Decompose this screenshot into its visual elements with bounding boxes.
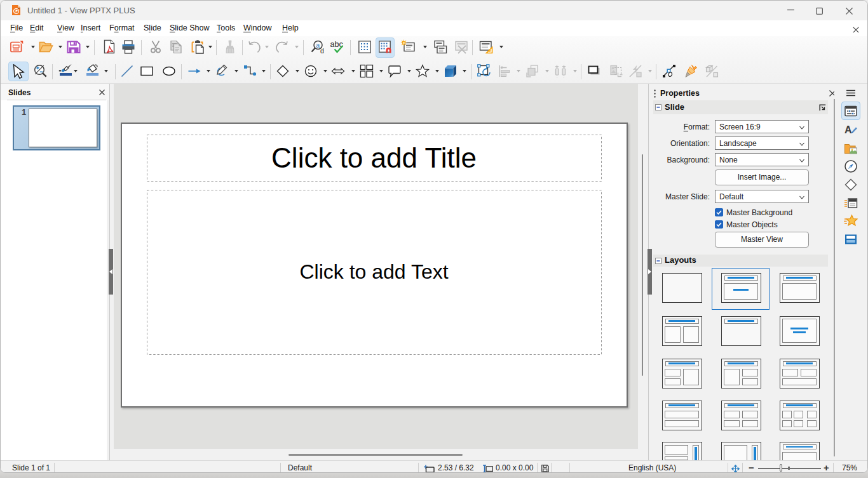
svg-text:d: d (320, 47, 324, 55)
svg-text:A: A (844, 124, 852, 135)
svg-text:a: a (316, 41, 320, 49)
